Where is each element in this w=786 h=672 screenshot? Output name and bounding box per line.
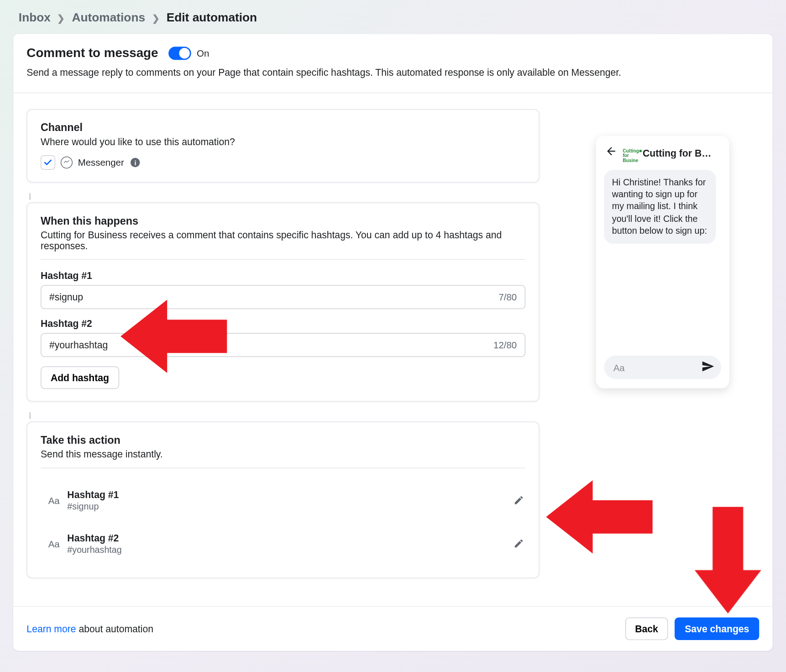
- preview-input[interactable]: Aa: [604, 356, 721, 379]
- hashtag2-counter: 12/80: [493, 340, 517, 350]
- edit-icon[interactable]: [514, 494, 525, 506]
- hashtag2-input-row[interactable]: 12/80: [41, 333, 525, 357]
- preview-avatar: Cutting■for Busine: [623, 148, 637, 158]
- add-hashtag-button[interactable]: Add hashtag: [41, 366, 119, 389]
- breadcrumb: Inbox ❯ Automations ❯ Edit automation: [13, 0, 772, 34]
- hashtag1-counter: 7/80: [498, 292, 517, 302]
- back-button[interactable]: Back: [625, 617, 668, 640]
- enable-toggle[interactable]: [169, 47, 192, 60]
- action-item-2-sub: #yourhashtag: [67, 545, 121, 555]
- channel-panel: Channel Where would you like to use this…: [26, 109, 539, 182]
- when-title: When this happens: [41, 215, 525, 227]
- breadcrumb-current: Edit automation: [167, 10, 257, 25]
- save-changes-button[interactable]: Save changes: [675, 617, 759, 640]
- edit-icon[interactable]: [514, 538, 525, 550]
- action-item-1-sub: #signup: [67, 502, 119, 512]
- info-icon[interactable]: i: [131, 158, 140, 167]
- message-preview: Cutting■for Busine Cutting for B… Hi Chr…: [596, 136, 729, 388]
- svg-marker-1: [546, 480, 652, 553]
- chevron-right-icon: ❯: [152, 12, 160, 23]
- when-subtitle: Cutting for Business receives a comment …: [41, 230, 525, 251]
- back-arrow-icon[interactable]: [605, 145, 617, 161]
- action-panel: Take this action Send this message insta…: [26, 422, 539, 578]
- footer: Learn more about automation Back Save ch…: [13, 606, 772, 651]
- breadcrumb-inbox[interactable]: Inbox: [19, 10, 51, 25]
- page-title: Comment to message: [26, 46, 158, 61]
- learn-more-link[interactable]: Learn more: [26, 624, 76, 634]
- action-item-1-label: Hashtag #1: [67, 489, 119, 500]
- when-panel: When this happens Cutting for Business r…: [26, 203, 539, 402]
- hashtag1-input-row[interactable]: 7/80: [41, 285, 525, 309]
- toggle-state-label: On: [197, 48, 209, 58]
- preview-title: Cutting for B…: [643, 147, 720, 158]
- hashtag1-input[interactable]: [49, 292, 498, 302]
- action-title: Take this action: [41, 434, 525, 446]
- header-section: Comment to message On Send a message rep…: [13, 34, 772, 93]
- learn-more-text: Learn more about automation: [26, 624, 153, 634]
- action-item-2-label: Hashtag #2: [67, 533, 121, 543]
- messenger-checkbox[interactable]: [41, 155, 55, 170]
- channel-subtitle: Where would you like to use this automat…: [41, 136, 525, 147]
- hashtag2-label: Hashtag #2: [41, 318, 525, 329]
- channel-title: Channel: [41, 122, 525, 134]
- send-icon[interactable]: [701, 360, 714, 375]
- breadcrumb-automations[interactable]: Automations: [72, 10, 145, 25]
- annotation-arrow-2: [546, 477, 652, 557]
- messenger-label: Messenger: [78, 157, 124, 168]
- messenger-icon: [61, 157, 73, 168]
- chevron-right-icon: ❯: [57, 12, 65, 23]
- hashtag1-label: Hashtag #1: [41, 270, 525, 281]
- action-subtitle: Send this message instantly.: [41, 449, 525, 459]
- preview-bubble: Hi Christine! Thanks for wanting to sign…: [604, 170, 716, 244]
- action-item-2[interactable]: Aa Hashtag #2 #yourhashtag: [41, 522, 525, 566]
- header-description: Send a message reply to comments on your…: [26, 67, 759, 78]
- page-card: Comment to message On Send a message rep…: [13, 34, 772, 651]
- hashtag2-input[interactable]: [49, 340, 493, 350]
- text-icon: Aa: [41, 539, 67, 549]
- preview-placeholder: Aa: [613, 362, 696, 373]
- text-icon: Aa: [41, 495, 67, 506]
- action-item-1[interactable]: Aa Hashtag #1 #signup: [41, 479, 525, 522]
